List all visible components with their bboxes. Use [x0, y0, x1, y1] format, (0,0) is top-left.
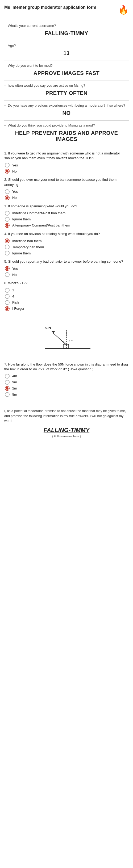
option-row-5-3[interactable]: I Forgor [4, 306, 129, 311]
dash-icon-5: – [4, 123, 6, 127]
field-label-text-0: What's your current username? [8, 24, 56, 28]
option-row-4-1[interactable]: No [4, 272, 129, 277]
question-block-1: 2. Should you ever use your mod to ban s… [4, 177, 129, 200]
question-text-5: 6. What's 2+2? [4, 281, 129, 285]
option-row-3-1[interactable]: Temporary ban them [4, 245, 129, 249]
radio-empty-1-0[interactable] [5, 189, 9, 194]
option-label-6-0: 4m [12, 374, 17, 378]
dash-icon-4: – [4, 103, 6, 107]
option-row-2-0[interactable]: Indefinite Comment/Post ban them [4, 211, 129, 216]
field-answer-0: FALLING-TIMMY [4, 29, 129, 37]
option-label-5-1: 4 [12, 294, 14, 298]
radio-empty-0-0[interactable] [5, 163, 9, 167]
option-label-1-0: Yes [12, 190, 18, 193]
field-answer-3: PRETTY OFTEN [4, 89, 129, 97]
option-label-3-2: Ignore them [12, 251, 31, 255]
questions-section: 1. If you were to get into an argument w… [4, 151, 129, 311]
option-label-0-0: Yes [12, 163, 18, 167]
question-block-2: 1. If someone is spamming what would you… [4, 204, 129, 228]
field-label-0: – What's your current username? [4, 24, 129, 28]
option-row-4-0[interactable]: Yes [4, 266, 129, 271]
option-row-5-1[interactable]: 4 [4, 294, 129, 299]
radio-selected-0-1[interactable] [5, 169, 9, 174]
radio-empty-2-1[interactable] [5, 217, 9, 222]
fire-icon: 🔥 [118, 5, 129, 15]
radio-selected-1-1[interactable] [5, 195, 9, 200]
option-label-3-0: Indefinite ban them [12, 239, 42, 243]
option-row-6-3[interactable]: 8m [4, 392, 129, 397]
dash-icon-3: – [4, 84, 6, 88]
option-row-5-2[interactable]: Fish [4, 300, 129, 305]
diagram-svg: 50N 37° [40, 315, 93, 358]
option-row-3-2[interactable]: Ignore them [4, 251, 129, 255]
radio-selected-3-0[interactable] [5, 239, 9, 243]
pledge-divider [4, 401, 129, 401]
field-label-5: – What do you think you could provide to… [4, 123, 129, 127]
field-label-2: – Why do you want to be mod? [4, 64, 129, 67]
radio-empty-5-2[interactable] [5, 300, 9, 305]
radio-empty-3-1[interactable] [5, 245, 9, 249]
option-label-2-0: Indefinite Comment/Post ban them [12, 211, 65, 215]
radio-selected-6-2[interactable] [5, 386, 9, 391]
option-row-2-2[interactable]: A temporary Comment/Post ban them [4, 223, 129, 228]
field-answer-2: APPROVE IMAGES FAST [4, 69, 129, 78]
option-label-6-3: 8m [12, 393, 17, 396]
physics-diagram: 50N 37° [40, 315, 93, 358]
field-label-text-3: how often would you say you are active o… [8, 84, 85, 88]
field-answer-4: NO [4, 108, 129, 117]
radio-selected-2-2[interactable] [5, 223, 9, 228]
q7-options-section: 7. How far along the floor does the 50N … [4, 362, 129, 397]
field-block-5: – What do you think you could provide to… [4, 123, 129, 143]
radio-selected-4-0[interactable] [5, 266, 9, 271]
field-block-0: – What's your current username? FALLING-… [4, 24, 129, 37]
field-block-3: – how often would you say you are active… [4, 84, 129, 97]
dash-icon-2: – [4, 64, 6, 67]
question-block-3: 4. If you see an obvious alt raiding Msm… [4, 231, 129, 255]
field-divider-2 [4, 81, 129, 81]
svg-text:50N: 50N [45, 326, 51, 330]
option-row-5-0[interactable]: 1 [4, 288, 129, 293]
field-label-text-2: Why do you want to be mod? [8, 64, 52, 67]
signature-sublabel: ( Full username here ) [4, 435, 129, 438]
header-divider [4, 20, 129, 20]
option-label-2-1: Ignore them [12, 217, 31, 221]
option-row-2-1[interactable]: Ignore them [4, 217, 129, 222]
question-text-3: 4. If you see an obvious alt raiding Msm… [4, 231, 129, 236]
question-block-6: 7. How far along the floor does the 50N … [4, 362, 129, 397]
signature-name: FALLING-TIMMY [4, 427, 129, 434]
option-row-1-0[interactable]: Yes [4, 189, 129, 194]
svg-text:37°: 37° [69, 339, 73, 342]
option-row-6-1[interactable]: 9m [4, 380, 129, 385]
field-block-4: – Do you have any previous experiences w… [4, 103, 129, 117]
field-divider-1 [4, 61, 129, 61]
fields-divider [4, 147, 129, 147]
option-label-5-0: 1 [12, 288, 14, 292]
radio-empty-5-1[interactable] [5, 294, 9, 299]
question-block-4: 5. Should you report any bad behavior to… [4, 259, 129, 277]
dash-icon-1: – [4, 43, 6, 48]
option-row-3-0[interactable]: Indefinite ban them [4, 239, 129, 243]
radio-empty-4-1[interactable] [5, 272, 9, 277]
option-row-6-2[interactable]: 2m [4, 386, 129, 391]
field-label-text-5: What do you think you could provide to M… [8, 123, 95, 127]
radio-empty-6-0[interactable] [5, 374, 9, 378]
field-block-1: – Age? 13 [4, 43, 129, 57]
radio-empty-5-0[interactable] [5, 288, 9, 293]
radio-empty-2-0[interactable] [5, 211, 9, 216]
option-row-0-0[interactable]: Yes [4, 163, 129, 167]
page: Ms_memer group moderator application for… [0, 0, 133, 447]
question-text-0: 1. If you were to get into an argument w… [4, 151, 129, 161]
radio-empty-6-1[interactable] [5, 380, 9, 385]
svg-line-2 [53, 333, 66, 345]
radio-empty-3-2[interactable] [5, 251, 9, 255]
radio-empty-6-3[interactable] [5, 392, 9, 397]
question-text-1: 2. Should you ever use your mod to ban s… [4, 177, 129, 187]
dash-icon-0: – [4, 24, 6, 28]
option-row-6-0[interactable]: 4m [4, 374, 129, 378]
option-row-0-1[interactable]: No [4, 169, 129, 174]
question-block-5: 6. What's 2+2?14FishI Forgor [4, 281, 129, 311]
option-row-1-1[interactable]: No [4, 195, 129, 200]
radio-selected-5-3[interactable] [5, 306, 9, 311]
question-text-2: 1. If someone is spamming what would you… [4, 204, 129, 209]
pledge-text: I, as a potential moderator, promise to … [4, 409, 126, 423]
